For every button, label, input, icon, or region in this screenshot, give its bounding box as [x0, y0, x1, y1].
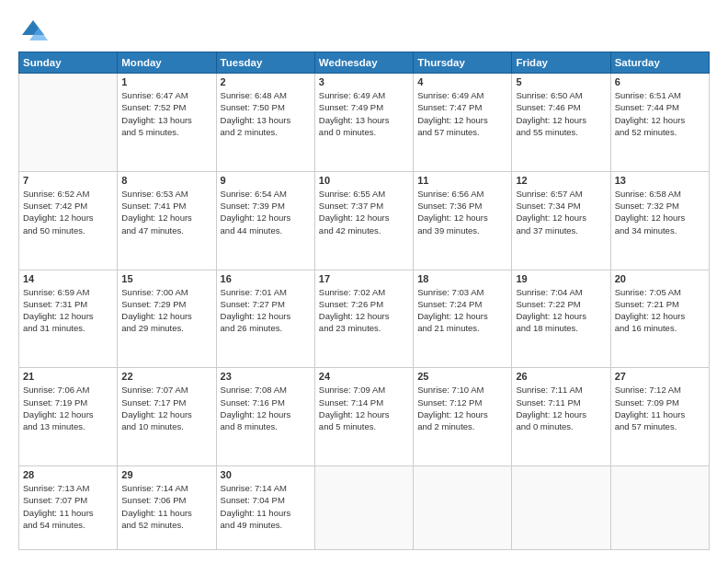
cell-line: Sunrise: 6:55 AM [319, 188, 409, 200]
cell-line: Sunset: 7:22 PM [516, 298, 606, 310]
cell-line: Daylight: 12 hours [221, 212, 311, 224]
cell-line: Daylight: 12 hours [516, 310, 606, 322]
day-number: 24 [319, 371, 409, 382]
cell-line: and 49 minutes. [221, 519, 311, 531]
cell-line: Sunrise: 6:49 AM [319, 89, 409, 101]
logo [18, 17, 51, 46]
calendar-cell: 3Sunrise: 6:49 AMSunset: 7:49 PMDaylight… [314, 74, 413, 172]
day-number: 30 [221, 469, 311, 480]
cell-line: Sunset: 7:31 PM [23, 298, 113, 310]
calendar-cell: 18Sunrise: 7:03 AMSunset: 7:24 PMDayligh… [414, 270, 512, 368]
cell-line: Sunset: 7:27 PM [221, 298, 311, 310]
calendar-cell [610, 466, 709, 550]
cell-line: Sunset: 7:39 PM [221, 200, 311, 212]
calendar-cell: 6Sunrise: 6:51 AMSunset: 7:44 PMDaylight… [610, 74, 709, 172]
calendar-cell: 27Sunrise: 7:12 AMSunset: 7:09 PMDayligh… [610, 368, 709, 466]
calendar-cell: 23Sunrise: 7:08 AMSunset: 7:16 PMDayligh… [216, 368, 314, 466]
calendar-day-header: Sunday [19, 52, 118, 74]
calendar-cell: 17Sunrise: 7:02 AMSunset: 7:26 PMDayligh… [314, 270, 413, 368]
cell-line: Sunset: 7:41 PM [121, 200, 211, 212]
day-number: 28 [23, 469, 113, 480]
cell-line: Daylight: 13 hours [221, 114, 311, 126]
cell-line: Sunset: 7:06 PM [121, 494, 211, 506]
cell-line: Daylight: 11 hours [221, 507, 311, 519]
calendar-cell: 8Sunrise: 6:53 AMSunset: 7:41 PMDaylight… [118, 171, 216, 270]
day-number: 12 [516, 175, 606, 186]
cell-line: and 16 minutes. [615, 322, 705, 334]
cell-line: Sunrise: 7:04 AM [516, 286, 606, 298]
calendar-table: SundayMondayTuesdayWednesdayThursdayFrid… [18, 52, 710, 550]
cell-line: and 39 minutes. [417, 224, 507, 236]
cell-line: Sunrise: 7:06 AM [23, 384, 113, 396]
cell-line: Daylight: 12 hours [23, 212, 113, 224]
calendar-cell: 10Sunrise: 6:55 AMSunset: 7:37 PMDayligh… [314, 171, 413, 270]
cell-line: Daylight: 12 hours [417, 114, 507, 126]
cell-line: Daylight: 12 hours [23, 408, 113, 420]
cell-line: Sunrise: 7:01 AM [221, 286, 311, 298]
day-number: 11 [417, 175, 507, 186]
cell-line: and 0 minutes. [319, 126, 409, 138]
cell-line: and 47 minutes. [121, 224, 211, 236]
day-number: 3 [319, 76, 409, 87]
day-number: 14 [23, 273, 113, 284]
cell-line: Daylight: 12 hours [516, 408, 606, 420]
day-number: 27 [615, 371, 705, 382]
calendar-day-header: Saturday [610, 52, 709, 74]
header [18, 17, 710, 46]
cell-line: Sunset: 7:32 PM [615, 200, 705, 212]
day-number: 21 [23, 371, 113, 382]
calendar-cell: 11Sunrise: 6:56 AMSunset: 7:36 PMDayligh… [414, 171, 512, 270]
cell-line: Sunset: 7:07 PM [23, 494, 113, 506]
calendar-day-header: Tuesday [216, 52, 314, 74]
cell-line: Daylight: 11 hours [615, 408, 705, 420]
calendar-cell [314, 466, 413, 550]
cell-line: Sunset: 7:47 PM [417, 101, 507, 113]
calendar-day-header: Thursday [414, 52, 512, 74]
cell-line: Daylight: 12 hours [221, 310, 311, 322]
cell-line: Sunrise: 7:08 AM [221, 384, 311, 396]
cell-line: Sunrise: 7:11 AM [516, 384, 606, 396]
cell-line: Daylight: 12 hours [417, 310, 507, 322]
cell-line: Sunrise: 6:58 AM [615, 188, 705, 200]
calendar-cell [512, 466, 610, 550]
calendar-cell: 13Sunrise: 6:58 AMSunset: 7:32 PMDayligh… [610, 171, 709, 270]
cell-line: and 44 minutes. [221, 224, 311, 236]
calendar-cell: 22Sunrise: 7:07 AMSunset: 7:17 PMDayligh… [118, 368, 216, 466]
calendar-cell: 19Sunrise: 7:04 AMSunset: 7:22 PMDayligh… [512, 270, 610, 368]
cell-line: and 55 minutes. [516, 126, 606, 138]
calendar-cell: 24Sunrise: 7:09 AMSunset: 7:14 PMDayligh… [314, 368, 413, 466]
cell-line: and 5 minutes. [121, 126, 211, 138]
calendar-cell: 14Sunrise: 6:59 AMSunset: 7:31 PMDayligh… [19, 270, 118, 368]
calendar-week-row: 28Sunrise: 7:13 AMSunset: 7:07 PMDayligh… [19, 466, 710, 550]
cell-line: Sunset: 7:49 PM [319, 101, 409, 113]
cell-line: and 50 minutes. [23, 224, 113, 236]
cell-line: and 31 minutes. [23, 322, 113, 334]
cell-line: Sunrise: 6:57 AM [516, 188, 606, 200]
cell-line: and 52 minutes. [121, 519, 211, 531]
calendar-day-header: Wednesday [314, 52, 413, 74]
cell-line: and 57 minutes. [417, 126, 507, 138]
cell-line: Daylight: 12 hours [121, 212, 211, 224]
cell-line: Sunrise: 6:50 AM [516, 89, 606, 101]
cell-line: Sunrise: 6:47 AM [121, 89, 211, 101]
cell-line: and 13 minutes. [23, 420, 113, 432]
cell-line: Sunset: 7:12 PM [417, 396, 507, 408]
cell-line: Sunrise: 7:02 AM [319, 286, 409, 298]
cell-line: Sunset: 7:19 PM [23, 396, 113, 408]
calendar-cell: 4Sunrise: 6:49 AMSunset: 7:47 PMDaylight… [414, 74, 512, 172]
cell-line: Sunrise: 7:00 AM [121, 286, 211, 298]
calendar-week-row: 7Sunrise: 6:52 AMSunset: 7:42 PMDaylight… [19, 171, 710, 270]
calendar-cell: 16Sunrise: 7:01 AMSunset: 7:27 PMDayligh… [216, 270, 314, 368]
cell-line: Sunrise: 6:53 AM [121, 188, 211, 200]
cell-line: Daylight: 12 hours [417, 212, 507, 224]
cell-line: Sunset: 7:14 PM [319, 396, 409, 408]
cell-line: Daylight: 12 hours [615, 212, 705, 224]
calendar-cell: 1Sunrise: 6:47 AMSunset: 7:52 PMDaylight… [118, 74, 216, 172]
day-number: 9 [221, 175, 311, 186]
day-number: 15 [121, 273, 211, 284]
day-number: 29 [121, 469, 211, 480]
cell-line: Daylight: 12 hours [417, 408, 507, 420]
cell-line: and 0 minutes. [516, 420, 606, 432]
cell-line: Sunset: 7:16 PM [221, 396, 311, 408]
day-number: 4 [417, 76, 507, 87]
